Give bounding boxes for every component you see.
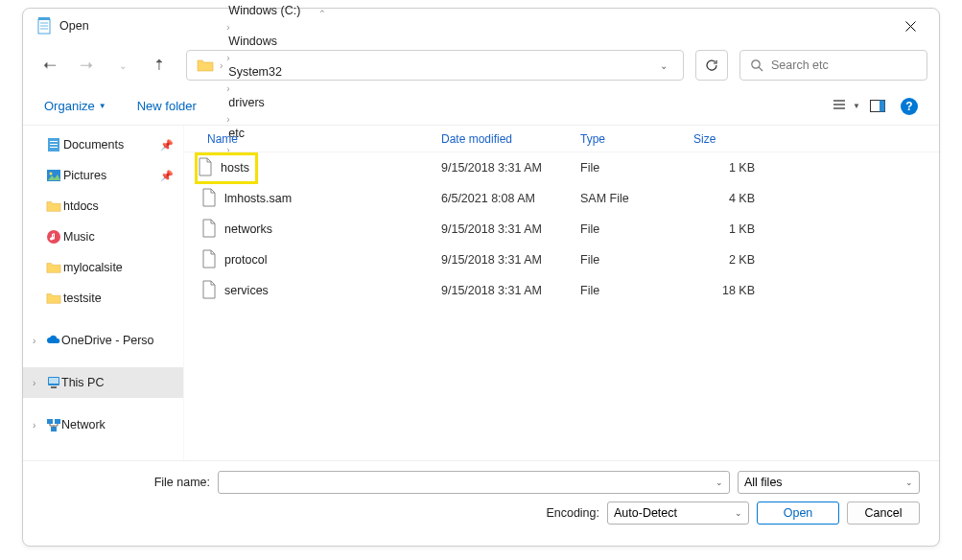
encoding-combo[interactable]: Auto-Detect ⌄	[607, 502, 749, 525]
cell-name: networks	[184, 219, 434, 241]
refresh-button[interactable]	[695, 50, 728, 81]
folder-icon	[197, 58, 214, 72]
svg-rect-11	[880, 101, 885, 112]
cell-type: File	[573, 284, 686, 297]
net-icon	[46, 417, 61, 432]
cell-type: SAM File	[573, 192, 686, 205]
search-icon	[750, 58, 763, 72]
cell-type: File	[573, 253, 686, 267]
file-icon	[198, 157, 213, 179]
chevron-right-icon: ›	[218, 60, 224, 71]
list-icon	[833, 100, 850, 112]
chevron-down-icon: ⌄	[735, 508, 742, 518]
file-list: Name^ Date modified Type Size hosts9/15/…	[184, 126, 939, 460]
chevron-down-icon: ⌄	[905, 478, 913, 487]
chevron-right-icon[interactable]: ›	[33, 378, 35, 388]
sidebar-item-network[interactable]: ›Network	[23, 409, 183, 440]
svg-rect-22	[47, 419, 53, 424]
breadcrumb-windows[interactable]: Windows	[224, 35, 304, 48]
up-button[interactable]: 🠑	[144, 50, 175, 81]
cell-type: File	[573, 161, 686, 175]
sidebar-item-onedrive-perso[interactable]: ›OneDrive - Perso	[23, 325, 183, 356]
file-icon	[201, 249, 217, 271]
svg-line-6	[759, 67, 763, 71]
file-icon	[201, 280, 217, 302]
window-title: Open	[59, 19, 89, 33]
svg-point-17	[50, 173, 53, 175]
chevron-right-icon: ›	[224, 53, 231, 63]
filename-label: File name:	[42, 476, 210, 489]
chevron-right-icon: ›	[224, 0, 231, 2]
filter-value: All files	[744, 476, 783, 489]
breadcrumb-system32[interactable]: System32	[224, 65, 304, 79]
pin-icon: 📌	[160, 170, 174, 182]
svg-rect-21	[51, 386, 57, 388]
organize-menu[interactable]: Organize▼	[44, 99, 106, 113]
footer: File name: ⌄ All files ⌄ Encoding: Auto-…	[23, 460, 939, 546]
file-row-protocol[interactable]: protocol9/15/2018 3:31 AMFile2 KB	[184, 245, 939, 275]
chevron-down-icon: ▼	[99, 102, 106, 110]
file-row-networks[interactable]: networks9/15/2018 3:31 AMFile1 KB	[184, 214, 939, 245]
cell-size: 1 KB	[686, 161, 763, 175]
pc-icon	[46, 375, 61, 390]
filter-combo[interactable]: All files ⌄	[738, 471, 920, 494]
sidebar-item-mylocalsite[interactable]: mylocalsite	[23, 252, 183, 283]
search-box[interactable]	[739, 50, 927, 81]
sidebar-item-music[interactable]: Music	[23, 222, 183, 252]
chevron-right-icon[interactable]: ›	[33, 336, 35, 346]
column-date[interactable]: Date modified	[434, 126, 573, 152]
svg-rect-15	[50, 147, 58, 148]
close-icon	[905, 21, 916, 32]
help-button[interactable]: ?	[901, 98, 918, 115]
doc-icon	[46, 137, 61, 152]
chevron-right-icon[interactable]: ›	[33, 420, 35, 431]
sidebar-item-testsite[interactable]: testsite	[23, 283, 183, 314]
svg-rect-23	[55, 419, 60, 424]
view-list-button[interactable]: ▼	[833, 93, 860, 120]
back-button[interactable]: 🠐	[35, 50, 65, 81]
chevron-right-icon: ›	[224, 22, 231, 33]
file-row-services[interactable]: services9/15/2018 3:31 AMFile18 KB	[184, 275, 939, 306]
forward-button[interactable]: 🠒	[71, 50, 102, 81]
folder-icon	[46, 291, 61, 306]
cell-date: 9/15/2018 3:31 AM	[434, 284, 573, 297]
sidebar: Documents📌Pictures📌htdocsMusicmylocalsit…	[23, 126, 184, 460]
search-input[interactable]	[771, 58, 917, 72]
sidebar-item-this-pc[interactable]: ›This PC	[23, 367, 183, 398]
svg-rect-0	[38, 19, 50, 34]
column-size[interactable]: Size	[686, 126, 763, 152]
preview-pane-button[interactable]	[864, 93, 891, 120]
cell-type: File	[573, 222, 686, 236]
file-icon	[201, 188, 217, 210]
file-row-hosts[interactable]: hosts9/15/2018 3:31 AMFile1 KB	[184, 152, 939, 183]
chevron-down-icon: ▼	[853, 102, 860, 110]
svg-rect-13	[50, 141, 58, 142]
folder-icon	[46, 260, 61, 275]
recent-dropdown[interactable]: ⌄	[107, 50, 138, 81]
file-rows: hosts9/15/2018 3:31 AMFile1 KBlmhosts.sa…	[184, 152, 939, 460]
svg-rect-20	[49, 378, 59, 384]
close-button[interactable]	[889, 12, 931, 40]
breadcrumb-windows-c-[interactable]: Windows (C:)	[224, 4, 304, 17]
sidebar-item-htdocs[interactable]: htdocs	[23, 191, 183, 222]
preview-pane-icon	[870, 100, 885, 112]
column-type[interactable]: Type	[573, 126, 686, 152]
sidebar-item-documents[interactable]: Documents📌	[23, 129, 183, 160]
sidebar-item-pictures[interactable]: Pictures📌	[23, 160, 183, 191]
cancel-button[interactable]: Cancel	[847, 502, 920, 525]
open-dialog: Open 🠐 🠒 ⌄ 🠑 › This PC›Windows (C:)›Wind…	[22, 8, 940, 547]
chevron-down-icon: ⌄	[716, 478, 723, 487]
cell-name: protocol	[184, 249, 434, 271]
file-icon	[201, 219, 217, 241]
file-row-lmhosts-sam[interactable]: lmhosts.sam6/5/2021 8:08 AMSAM File4 KB	[184, 183, 939, 214]
nav-row: 🠐 🠒 ⌄ 🠑 › This PC›Windows (C:)›Windows›S…	[23, 43, 939, 87]
cell-size: 4 KB	[686, 192, 763, 205]
refresh-icon	[705, 58, 718, 72]
filename-combo[interactable]: ⌄	[218, 471, 730, 494]
new-folder-button[interactable]: New folder	[137, 99, 197, 113]
address-dropdown[interactable]: ⌄	[648, 60, 679, 71]
address-bar[interactable]: › This PC›Windows (C:)›Windows›System32›…	[186, 50, 684, 81]
column-headers: Name^ Date modified Type Size	[184, 126, 939, 152]
open-button[interactable]: Open	[757, 502, 839, 525]
column-name[interactable]: Name^	[184, 126, 434, 152]
